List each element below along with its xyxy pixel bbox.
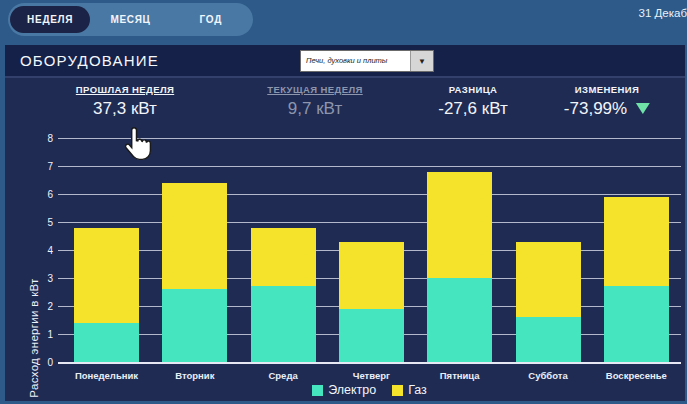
gridline <box>58 194 681 195</box>
x-axis-label: Понедельник <box>59 370 155 381</box>
stat-difference: РАЗНИЦА -27,6 кВт <box>438 84 507 119</box>
bar-segment-электро[interactable] <box>339 309 404 362</box>
bar-segment-газ[interactable] <box>162 183 227 289</box>
y-tick-label: 2 <box>13 301 53 312</box>
bar-segment-газ[interactable] <box>604 197 669 287</box>
bar-segment-газ[interactable] <box>251 228 316 287</box>
y-tick-label: 3 <box>13 273 53 284</box>
bar-segment-электро[interactable] <box>74 323 139 362</box>
gridline <box>58 222 681 223</box>
legend-swatch-icon <box>392 385 403 396</box>
y-tick-label: 0 <box>13 357 53 368</box>
tab-year[interactable]: ГОД <box>171 6 251 33</box>
stat-change: ИЗМЕНЕНИЯ -73,99% <box>564 84 650 119</box>
bar-segment-газ[interactable] <box>427 172 492 278</box>
period-tab-group: НЕДЕЛЯ МЕСЯЦ ГОД <box>8 3 253 36</box>
y-tick-label: 1 <box>13 329 53 340</box>
y-tick-label: 7 <box>13 161 53 172</box>
y-tick-label: 5 <box>13 217 53 228</box>
x-axis-label: Четверг <box>323 370 419 381</box>
y-tick-label: 8 <box>13 133 53 144</box>
stat-previous-week: ПРОШЛАЯ НЕДЕЛЯ 37,3 кВт <box>76 84 174 119</box>
bar-segment-газ[interactable] <box>339 242 404 309</box>
equipment-bar: ОБОРУДОВАНИЕ Печи, духовки и плиты ▼ <box>5 45 685 78</box>
energy-chart: Расход энергии в кВт ЭлектроГаз 01234567… <box>5 133 685 401</box>
legend-label: Газ <box>408 383 427 397</box>
y-tick-label: 6 <box>13 189 53 200</box>
x-axis-label: Вторник <box>147 370 243 381</box>
bar-segment-электро[interactable] <box>516 317 581 362</box>
bar-segment-электро[interactable] <box>427 278 492 362</box>
bar-segment-электро[interactable] <box>251 286 316 362</box>
stat-change-value: -73,99% <box>564 99 650 119</box>
x-axis-label: Среда <box>235 370 331 381</box>
tab-month[interactable]: МЕСЯЦ <box>90 6 170 33</box>
gridline <box>58 166 681 167</box>
legend-item-газ[interactable]: Газ <box>392 383 427 397</box>
chart-legend: ЭлектроГаз <box>58 383 681 397</box>
x-axis-label: Воскресенье <box>588 370 684 381</box>
trend-down-icon <box>636 103 650 114</box>
dropdown-arrow-icon[interactable]: ▼ <box>410 51 433 71</box>
stat-current-week-value: 9,7 кВт <box>267 99 363 119</box>
equipment-select[interactable]: Печи, духовки и плиты ▼ <box>300 50 434 72</box>
stat-current-week-label[interactable]: ТЕКУЩАЯ НЕДЕЛЯ <box>267 84 363 95</box>
x-axis-label: Пятница <box>412 370 508 381</box>
bar-segment-газ[interactable] <box>74 228 139 323</box>
date-label: 31 Декаб <box>639 7 687 19</box>
main-panel: ОБОРУДОВАНИЕ Печи, духовки и плиты ▼ ПРО… <box>5 45 685 401</box>
equipment-select-value: Печи, духовки и плиты <box>301 51 410 71</box>
stat-previous-week-value: 37,3 кВт <box>76 99 174 119</box>
stat-previous-week-label[interactable]: ПРОШЛАЯ НЕДЕЛЯ <box>76 84 174 95</box>
legend-swatch-icon <box>312 385 323 396</box>
tab-week[interactable]: НЕДЕЛЯ <box>10 6 90 33</box>
stat-change-number: -73,99% <box>564 99 627 118</box>
equipment-title: ОБОРУДОВАНИЕ <box>20 52 159 69</box>
top-strip: НЕДЕЛЯ МЕСЯЦ ГОД 31 Декаб <box>0 0 687 45</box>
y-tick-label: 4 <box>13 245 53 256</box>
stat-change-label: ИЗМЕНЕНИЯ <box>564 84 650 95</box>
bar-segment-электро[interactable] <box>162 289 227 362</box>
legend-item-электро[interactable]: Электро <box>312 383 376 397</box>
stats-row: ПРОШЛАЯ НЕДЕЛЯ 37,3 кВт ТЕКУЩАЯ НЕДЕЛЯ 9… <box>5 78 685 131</box>
stat-current-week: ТЕКУЩАЯ НЕДЕЛЯ 9,7 кВт <box>267 84 363 119</box>
x-axis-label: Суббота <box>500 370 596 381</box>
bar-segment-газ[interactable] <box>516 242 581 318</box>
stat-difference-label: РАЗНИЦА <box>438 84 507 95</box>
legend-label: Электро <box>328 383 376 397</box>
gridline <box>58 138 681 139</box>
x-axis-line <box>58 362 681 364</box>
stat-difference-value: -27,6 кВт <box>438 99 507 119</box>
bar-segment-электро[interactable] <box>604 286 669 362</box>
